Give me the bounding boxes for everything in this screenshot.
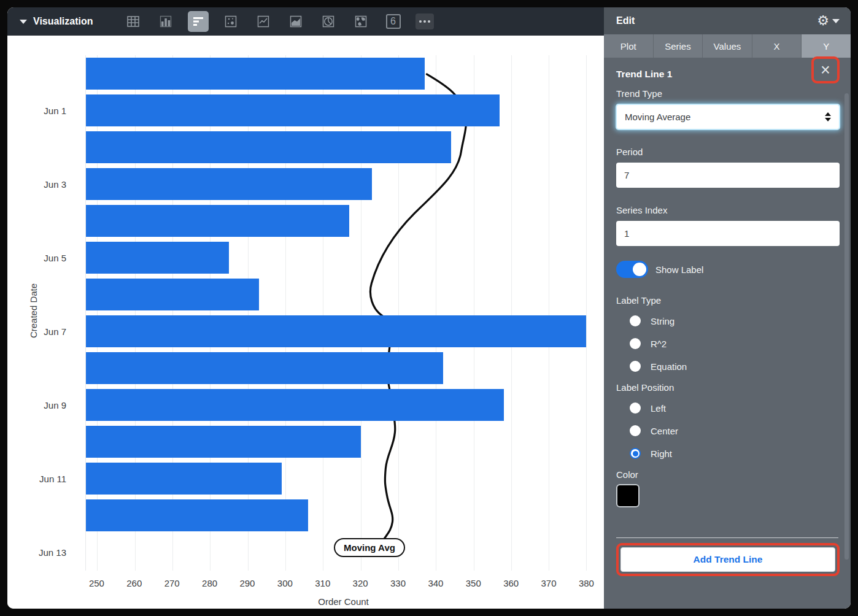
chart-bar[interactable] — [86, 205, 349, 237]
radio-right[interactable]: Right — [630, 447, 840, 460]
main-area: Visualization — [7, 7, 604, 609]
panel-title: Edit — [616, 15, 635, 26]
y-tick-label: Jun 11 — [39, 474, 66, 484]
gridline — [549, 55, 549, 571]
divider — [616, 537, 838, 538]
chart-type-switcher: 6 — [123, 11, 434, 32]
map-icon[interactable] — [350, 11, 371, 32]
tab-plot[interactable]: Plot — [604, 34, 654, 58]
number-6-icon[interactable]: 6 — [383, 11, 404, 32]
x-tick-label: 360 — [503, 578, 519, 588]
chevron-down-icon — [20, 20, 27, 24]
gridline — [474, 55, 474, 571]
radio-circle — [630, 402, 641, 414]
pie-chart-icon[interactable] — [318, 11, 339, 32]
bar-chart-icon[interactable] — [155, 11, 176, 32]
radio-string-label: String — [651, 316, 674, 326]
radio-r2-label: R^2 — [651, 339, 667, 349]
radio-circle-selected — [630, 448, 641, 459]
chart-bar[interactable] — [86, 94, 500, 126]
chart-canvas: Created Date Jun 1Jun 3Jun 5Jun 7Jun 9Ju… — [7, 36, 604, 609]
trend-type-value: Moving Average — [625, 112, 690, 122]
trend-line-editor: Trend Line 1 × Trend Type Moving Average… — [604, 58, 851, 609]
y-tick-label: Jun 1 — [44, 106, 66, 116]
chart-bar[interactable] — [86, 463, 282, 495]
x-tick-label: 310 — [315, 578, 330, 588]
chart-bar[interactable] — [86, 131, 451, 163]
radio-right-label: Right — [651, 449, 672, 459]
radio-center-label: Center — [651, 426, 678, 436]
chart-bar[interactable] — [86, 58, 425, 90]
y-tick-label: Jun 5 — [44, 253, 66, 263]
tab-series[interactable]: Series — [654, 34, 703, 58]
color-swatch[interactable] — [616, 484, 640, 507]
radio-circle — [630, 425, 641, 436]
label-position-label: Label Position — [616, 382, 840, 393]
label-position-group: Left Center Right — [616, 401, 840, 460]
visualization-menu[interactable]: Visualization — [20, 16, 93, 27]
chart-bar[interactable] — [86, 426, 361, 458]
chart-bar[interactable] — [86, 279, 259, 310]
tab-values[interactable]: Values — [703, 34, 752, 58]
app-window: Visualization — [7, 7, 851, 609]
more-icon[interactable] — [415, 13, 434, 29]
x-tick-label: 290 — [239, 578, 255, 588]
chart-bar[interactable] — [86, 242, 229, 274]
horizontal-bar-icon[interactable] — [188, 11, 209, 32]
tab-y[interactable]: Y — [802, 34, 851, 58]
x-axis-ticks: 2502602702802903003103203303403503603703… — [85, 578, 601, 590]
area-chart-icon[interactable] — [285, 11, 306, 32]
x-tick-label: 300 — [277, 578, 293, 588]
chart-bar[interactable] — [86, 315, 586, 347]
color-label: Color — [616, 469, 840, 480]
radio-left-label: Left — [651, 403, 666, 414]
ellipsis-dots — [419, 20, 430, 23]
close-icon[interactable]: × — [814, 59, 837, 81]
chart-bar[interactable] — [86, 168, 372, 200]
line-chart-icon[interactable] — [253, 11, 274, 32]
x-tick-label: 370 — [541, 578, 557, 588]
toolbar-title: Visualization — [33, 16, 93, 27]
radio-circle — [630, 361, 641, 372]
x-tick-label: 350 — [466, 578, 481, 588]
table-icon[interactable] — [123, 11, 144, 32]
radio-center[interactable]: Center — [630, 424, 840, 437]
series-index-input[interactable]: 1 — [616, 221, 840, 246]
chart-bar[interactable] — [86, 352, 443, 384]
panel-scrollbar[interactable] — [844, 93, 849, 560]
settings-menu[interactable]: ⚙ — [817, 14, 840, 28]
radio-left[interactable]: Left — [630, 401, 840, 415]
plot-area: Moving Avg — [85, 55, 601, 571]
radio-circle — [630, 338, 641, 349]
trend-line-label[interactable]: Moving Avg — [334, 538, 405, 557]
number-6-badge: 6 — [386, 14, 401, 29]
period-input[interactable]: 7 — [616, 163, 840, 188]
period-label: Period — [616, 147, 840, 157]
toggle-knob — [633, 263, 646, 276]
radio-equation[interactable]: Equation — [630, 360, 840, 373]
x-tick-label: 320 — [353, 578, 368, 588]
updown-arrows-icon — [825, 112, 831, 121]
trend-type-select[interactable]: Moving Average — [616, 104, 840, 129]
x-tick-label: 280 — [202, 578, 217, 588]
tab-x[interactable]: X — [752, 34, 802, 58]
trend-line-section-title: Trend Line 1 — [616, 69, 672, 80]
show-label-text: Show Label — [655, 264, 703, 275]
y-tick-label: Jun 13 — [39, 547, 66, 558]
radio-string[interactable]: String — [630, 314, 840, 328]
edit-panel-header: Edit ⚙ — [604, 7, 851, 34]
label-type-group: String R^2 Equation — [616, 314, 840, 373]
x-tick-label: 260 — [126, 578, 142, 588]
chart-bar[interactable] — [86, 499, 308, 531]
add-trend-line-button[interactable]: Add Trend Line — [620, 547, 835, 572]
scatter-icon[interactable] — [220, 11, 241, 32]
chart-bar[interactable] — [86, 389, 504, 421]
y-tick-label: Jun 9 — [44, 400, 66, 410]
gridline — [586, 55, 587, 571]
y-tick-label: Jun 3 — [44, 179, 66, 190]
x-tick-label: 380 — [579, 578, 594, 588]
radio-r2[interactable]: R^2 — [630, 337, 840, 350]
show-label-toggle[interactable] — [616, 261, 648, 278]
add-trend-annotation-highlight: Add Trend Line — [616, 543, 840, 576]
label-type-label: Label Type — [616, 295, 840, 306]
